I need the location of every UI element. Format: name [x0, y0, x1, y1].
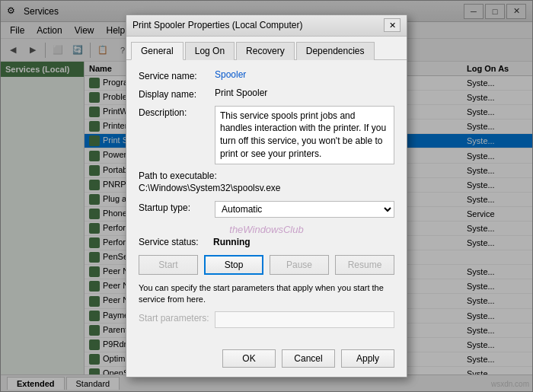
properties-dialog: Print Spooler Properties (Local Computer… [126, 14, 407, 378]
tab-general[interactable]: General [131, 42, 184, 60]
pause-button[interactable]: Pause [270, 255, 329, 275]
dialog-title: Print Spooler Properties (Local Computer… [132, 20, 302, 30]
dialog-footer: OK Cancel Apply [126, 343, 407, 377]
dialog-title-bar: Print Spooler Properties (Local Computer… [126, 15, 407, 37]
apply-button[interactable]: Apply [341, 349, 394, 368]
tab-recovery[interactable]: Recovery [236, 42, 295, 60]
display-name-row: Display name: Print Spooler [139, 88, 394, 100]
status-value: Running [213, 237, 251, 247]
modal-overlay: Print Spooler Properties (Local Computer… [0, 0, 533, 392]
description-label: Description: [139, 106, 215, 118]
service-name-value: Spooler [215, 69, 394, 80]
startup-select[interactable]: Automatic Manual Disabled Automatic (Del… [215, 201, 394, 218]
display-name-value: Print Spooler [215, 88, 394, 98]
service-name-row: Service name: Spooler [139, 69, 394, 81]
watermark-text: theWindowsClub [139, 224, 394, 235]
start-params-input[interactable] [215, 311, 394, 328]
path-label: Path to executable: [139, 171, 394, 181]
status-label: Service status: [139, 237, 207, 247]
start-params-label: Start parameters: [139, 311, 215, 323]
cancel-button[interactable]: Cancel [282, 349, 335, 368]
tab-dependencies[interactable]: Dependencies [296, 42, 375, 60]
resume-button[interactable]: Resume [335, 255, 394, 275]
dialog-content: Service name: Spooler Display name: Prin… [126, 60, 407, 344]
dialog-tabs: General Log On Recovery Dependencies [126, 37, 407, 60]
startup-label: Startup type: [139, 201, 215, 213]
path-row: Path to executable: C:\Windows\System32\… [139, 171, 394, 193]
start-params-row: Start parameters: [139, 311, 394, 328]
service-name-label: Service name: [139, 69, 215, 81]
help-text: You can specify the start parameters tha… [139, 282, 394, 306]
service-status-row: Service status: Running [139, 237, 394, 247]
display-name-label: Display name: [139, 88, 215, 100]
action-buttons: Start Stop Pause Resume [139, 255, 394, 275]
description-row: Description: This service spools print j… [139, 106, 394, 164]
dialog-close-button[interactable]: ✕ [384, 18, 401, 32]
stop-button[interactable]: Stop [204, 255, 263, 275]
ok-button[interactable]: OK [222, 349, 276, 368]
start-button[interactable]: Start [139, 255, 198, 275]
tab-logon[interactable]: Log On [185, 42, 235, 60]
startup-type-row: Startup type: Automatic Manual Disabled … [139, 201, 394, 218]
bottom-watermark: wsxdn.com [491, 380, 529, 388]
description-value: This service spools print jobs and handl… [215, 106, 394, 164]
path-value: C:\Windows\System32\spoolsv.exe [139, 183, 394, 193]
